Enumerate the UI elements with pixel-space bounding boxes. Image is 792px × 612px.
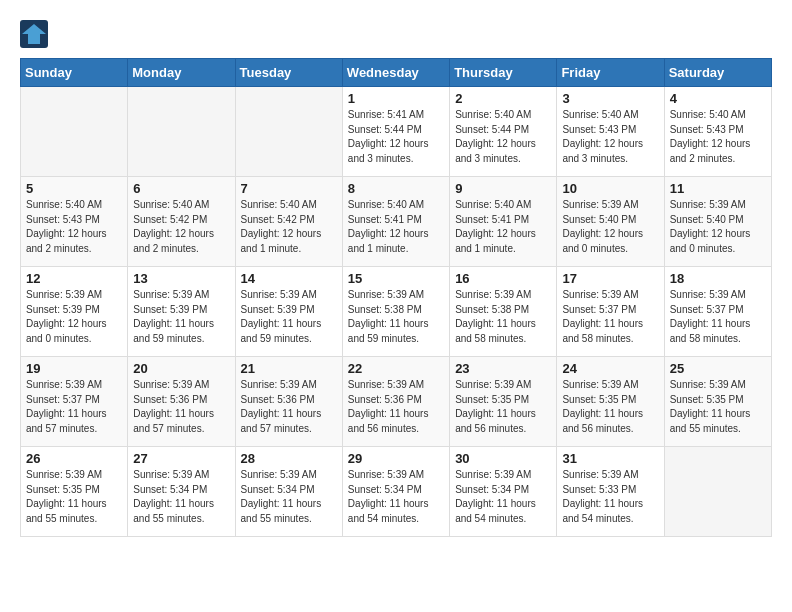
- day-info: Sunrise: 5:39 AM Sunset: 5:35 PM Dayligh…: [26, 468, 122, 526]
- day-number: 9: [455, 181, 551, 196]
- day-number: 11: [670, 181, 766, 196]
- calendar-cell: 11Sunrise: 5:39 AM Sunset: 5:40 PM Dayli…: [664, 177, 771, 267]
- calendar-cell: 9Sunrise: 5:40 AM Sunset: 5:41 PM Daylig…: [450, 177, 557, 267]
- day-number: 16: [455, 271, 551, 286]
- day-info: Sunrise: 5:39 AM Sunset: 5:33 PM Dayligh…: [562, 468, 658, 526]
- calendar-cell: 13Sunrise: 5:39 AM Sunset: 5:39 PM Dayli…: [128, 267, 235, 357]
- calendar-cell: 24Sunrise: 5:39 AM Sunset: 5:35 PM Dayli…: [557, 357, 664, 447]
- calendar-cell: 28Sunrise: 5:39 AM Sunset: 5:34 PM Dayli…: [235, 447, 342, 537]
- day-info: Sunrise: 5:39 AM Sunset: 5:35 PM Dayligh…: [670, 378, 766, 436]
- week-row-4: 19Sunrise: 5:39 AM Sunset: 5:37 PM Dayli…: [21, 357, 772, 447]
- day-info: Sunrise: 5:39 AM Sunset: 5:39 PM Dayligh…: [26, 288, 122, 346]
- day-number: 24: [562, 361, 658, 376]
- day-number: 22: [348, 361, 444, 376]
- calendar-cell: [21, 87, 128, 177]
- calendar-cell: 15Sunrise: 5:39 AM Sunset: 5:38 PM Dayli…: [342, 267, 449, 357]
- calendar-cell: 1Sunrise: 5:41 AM Sunset: 5:44 PM Daylig…: [342, 87, 449, 177]
- day-number: 29: [348, 451, 444, 466]
- day-number: 26: [26, 451, 122, 466]
- day-info: Sunrise: 5:40 AM Sunset: 5:43 PM Dayligh…: [670, 108, 766, 166]
- calendar-cell: 30Sunrise: 5:39 AM Sunset: 5:34 PM Dayli…: [450, 447, 557, 537]
- calendar-cell: 7Sunrise: 5:40 AM Sunset: 5:42 PM Daylig…: [235, 177, 342, 267]
- day-number: 19: [26, 361, 122, 376]
- calendar-cell: [235, 87, 342, 177]
- day-number: 20: [133, 361, 229, 376]
- calendar-cell: 23Sunrise: 5:39 AM Sunset: 5:35 PM Dayli…: [450, 357, 557, 447]
- day-info: Sunrise: 5:39 AM Sunset: 5:34 PM Dayligh…: [133, 468, 229, 526]
- day-info: Sunrise: 5:40 AM Sunset: 5:41 PM Dayligh…: [455, 198, 551, 256]
- calendar-cell: 12Sunrise: 5:39 AM Sunset: 5:39 PM Dayli…: [21, 267, 128, 357]
- day-info: Sunrise: 5:39 AM Sunset: 5:35 PM Dayligh…: [562, 378, 658, 436]
- page-header: [20, 20, 772, 48]
- day-info: Sunrise: 5:40 AM Sunset: 5:41 PM Dayligh…: [348, 198, 444, 256]
- day-number: 2: [455, 91, 551, 106]
- day-number: 8: [348, 181, 444, 196]
- day-info: Sunrise: 5:41 AM Sunset: 5:44 PM Dayligh…: [348, 108, 444, 166]
- week-row-2: 5Sunrise: 5:40 AM Sunset: 5:43 PM Daylig…: [21, 177, 772, 267]
- calendar-cell: [664, 447, 771, 537]
- calendar-cell: 25Sunrise: 5:39 AM Sunset: 5:35 PM Dayli…: [664, 357, 771, 447]
- week-row-1: 1Sunrise: 5:41 AM Sunset: 5:44 PM Daylig…: [21, 87, 772, 177]
- day-number: 18: [670, 271, 766, 286]
- calendar-cell: 20Sunrise: 5:39 AM Sunset: 5:36 PM Dayli…: [128, 357, 235, 447]
- calendar-cell: 6Sunrise: 5:40 AM Sunset: 5:42 PM Daylig…: [128, 177, 235, 267]
- day-info: Sunrise: 5:40 AM Sunset: 5:43 PM Dayligh…: [26, 198, 122, 256]
- day-number: 21: [241, 361, 337, 376]
- day-info: Sunrise: 5:39 AM Sunset: 5:34 PM Dayligh…: [241, 468, 337, 526]
- calendar-table: SundayMondayTuesdayWednesdayThursdayFrid…: [20, 58, 772, 537]
- calendar-cell: 21Sunrise: 5:39 AM Sunset: 5:36 PM Dayli…: [235, 357, 342, 447]
- day-number: 17: [562, 271, 658, 286]
- day-info: Sunrise: 5:40 AM Sunset: 5:43 PM Dayligh…: [562, 108, 658, 166]
- day-number: 4: [670, 91, 766, 106]
- day-info: Sunrise: 5:39 AM Sunset: 5:40 PM Dayligh…: [670, 198, 766, 256]
- day-info: Sunrise: 5:39 AM Sunset: 5:37 PM Dayligh…: [26, 378, 122, 436]
- day-number: 28: [241, 451, 337, 466]
- day-info: Sunrise: 5:39 AM Sunset: 5:39 PM Dayligh…: [133, 288, 229, 346]
- calendar-cell: 14Sunrise: 5:39 AM Sunset: 5:39 PM Dayli…: [235, 267, 342, 357]
- day-number: 13: [133, 271, 229, 286]
- day-number: 30: [455, 451, 551, 466]
- calendar-cell: 22Sunrise: 5:39 AM Sunset: 5:36 PM Dayli…: [342, 357, 449, 447]
- day-info: Sunrise: 5:39 AM Sunset: 5:36 PM Dayligh…: [241, 378, 337, 436]
- calendar-cell: 19Sunrise: 5:39 AM Sunset: 5:37 PM Dayli…: [21, 357, 128, 447]
- day-number: 6: [133, 181, 229, 196]
- calendar-cell: 16Sunrise: 5:39 AM Sunset: 5:38 PM Dayli…: [450, 267, 557, 357]
- day-info: Sunrise: 5:39 AM Sunset: 5:39 PM Dayligh…: [241, 288, 337, 346]
- day-info: Sunrise: 5:40 AM Sunset: 5:42 PM Dayligh…: [241, 198, 337, 256]
- day-info: Sunrise: 5:40 AM Sunset: 5:42 PM Dayligh…: [133, 198, 229, 256]
- day-number: 10: [562, 181, 658, 196]
- calendar-cell: 4Sunrise: 5:40 AM Sunset: 5:43 PM Daylig…: [664, 87, 771, 177]
- day-info: Sunrise: 5:39 AM Sunset: 5:38 PM Dayligh…: [348, 288, 444, 346]
- day-number: 25: [670, 361, 766, 376]
- calendar-cell: 17Sunrise: 5:39 AM Sunset: 5:37 PM Dayli…: [557, 267, 664, 357]
- day-info: Sunrise: 5:40 AM Sunset: 5:44 PM Dayligh…: [455, 108, 551, 166]
- day-info: Sunrise: 5:39 AM Sunset: 5:40 PM Dayligh…: [562, 198, 658, 256]
- day-info: Sunrise: 5:39 AM Sunset: 5:34 PM Dayligh…: [455, 468, 551, 526]
- calendar-cell: 5Sunrise: 5:40 AM Sunset: 5:43 PM Daylig…: [21, 177, 128, 267]
- day-header-saturday: Saturday: [664, 59, 771, 87]
- day-info: Sunrise: 5:39 AM Sunset: 5:37 PM Dayligh…: [562, 288, 658, 346]
- day-info: Sunrise: 5:39 AM Sunset: 5:37 PM Dayligh…: [670, 288, 766, 346]
- day-header-wednesday: Wednesday: [342, 59, 449, 87]
- calendar-cell: 8Sunrise: 5:40 AM Sunset: 5:41 PM Daylig…: [342, 177, 449, 267]
- week-row-3: 12Sunrise: 5:39 AM Sunset: 5:39 PM Dayli…: [21, 267, 772, 357]
- calendar-cell: 31Sunrise: 5:39 AM Sunset: 5:33 PM Dayli…: [557, 447, 664, 537]
- week-row-5: 26Sunrise: 5:39 AM Sunset: 5:35 PM Dayli…: [21, 447, 772, 537]
- day-info: Sunrise: 5:39 AM Sunset: 5:38 PM Dayligh…: [455, 288, 551, 346]
- day-header-friday: Friday: [557, 59, 664, 87]
- day-header-thursday: Thursday: [450, 59, 557, 87]
- calendar-cell: 3Sunrise: 5:40 AM Sunset: 5:43 PM Daylig…: [557, 87, 664, 177]
- day-info: Sunrise: 5:39 AM Sunset: 5:35 PM Dayligh…: [455, 378, 551, 436]
- day-number: 14: [241, 271, 337, 286]
- day-number: 12: [26, 271, 122, 286]
- day-info: Sunrise: 5:39 AM Sunset: 5:36 PM Dayligh…: [348, 378, 444, 436]
- calendar-cell: 29Sunrise: 5:39 AM Sunset: 5:34 PM Dayli…: [342, 447, 449, 537]
- day-number: 1: [348, 91, 444, 106]
- day-number: 27: [133, 451, 229, 466]
- calendar-header-row: SundayMondayTuesdayWednesdayThursdayFrid…: [21, 59, 772, 87]
- calendar-cell: 27Sunrise: 5:39 AM Sunset: 5:34 PM Dayli…: [128, 447, 235, 537]
- day-number: 23: [455, 361, 551, 376]
- day-info: Sunrise: 5:39 AM Sunset: 5:34 PM Dayligh…: [348, 468, 444, 526]
- day-number: 31: [562, 451, 658, 466]
- day-header-tuesday: Tuesday: [235, 59, 342, 87]
